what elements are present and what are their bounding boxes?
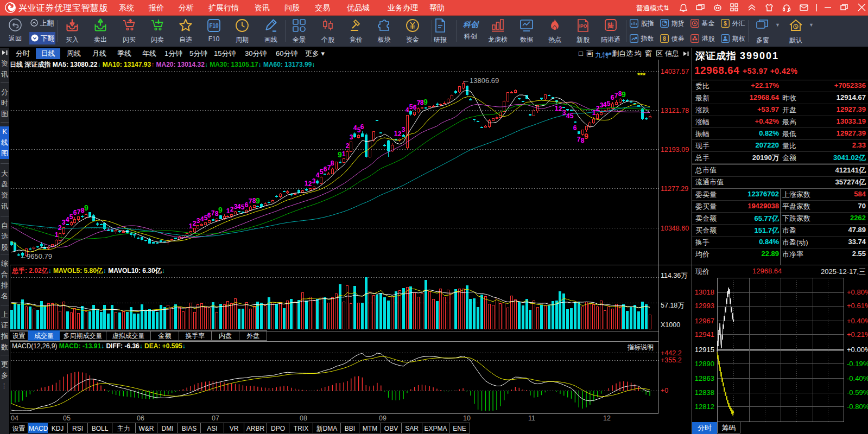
svg-text:6: 6 bbox=[611, 94, 614, 101]
svg-text:3: 3 bbox=[350, 133, 353, 141]
svg-text:5: 5 bbox=[320, 168, 324, 176]
svg-text:7: 7 bbox=[577, 136, 581, 143]
svg-text:+355.2: +355.2 bbox=[661, 356, 682, 364]
svg-text:7: 7 bbox=[249, 197, 252, 205]
svg-text:4: 4 bbox=[566, 112, 570, 120]
svg-text:+0.21%: +0.21% bbox=[847, 330, 868, 339]
svg-text:12812: 12812 bbox=[695, 403, 714, 411]
svg-text:-0.40%: -0.40% bbox=[847, 374, 868, 382]
svg-text:12838: 12838 bbox=[695, 388, 714, 397]
svg-text:7: 7 bbox=[614, 92, 618, 99]
svg-text:5: 5 bbox=[570, 112, 574, 120]
svg-text:1: 1 bbox=[55, 231, 59, 239]
svg-text:12941: 12941 bbox=[695, 330, 714, 339]
svg-text:←13806.69: ←13806.69 bbox=[462, 76, 499, 85]
svg-text:12915: 12915 bbox=[695, 346, 714, 354]
svg-text:9: 9 bbox=[622, 90, 626, 99]
svg-text:1: 1 bbox=[592, 109, 596, 117]
svg-text:4: 4 bbox=[603, 101, 607, 108]
svg-text:3: 3 bbox=[312, 177, 316, 185]
svg-text:-0.19%: -0.19% bbox=[847, 360, 868, 368]
svg-text:11277.29: 11277.29 bbox=[661, 185, 688, 193]
svg-text:114.36万: 114.36万 bbox=[661, 272, 688, 279]
svg-text:9: 9 bbox=[84, 203, 88, 212]
svg-text:7: 7 bbox=[77, 208, 81, 216]
svg-text:12967: 12967 bbox=[695, 317, 714, 325]
svg-text:3: 3 bbox=[197, 217, 200, 225]
svg-text:3: 3 bbox=[402, 126, 406, 133]
svg-text:4: 4 bbox=[200, 215, 204, 223]
svg-text:04: 04 bbox=[11, 414, 18, 422]
svg-text:13121.78: 13121.78 bbox=[661, 107, 689, 114]
svg-text:2: 2 bbox=[559, 105, 562, 113]
svg-text:9: 9 bbox=[256, 196, 260, 205]
svg-text:5: 5 bbox=[607, 100, 611, 107]
svg-text:10348.60: 10348.60 bbox=[661, 225, 689, 232]
svg-text:1: 1 bbox=[305, 180, 308, 187]
svg-text:07: 07 bbox=[212, 414, 219, 422]
svg-text:12863: 12863 bbox=[695, 374, 714, 382]
svg-text:12890: 12890 bbox=[695, 360, 714, 368]
svg-text:8: 8 bbox=[331, 159, 334, 167]
svg-text:3: 3 bbox=[62, 219, 66, 226]
svg-text:+0.80%: +0.80% bbox=[847, 288, 868, 296]
svg-text:6: 6 bbox=[360, 123, 364, 131]
svg-text:1: 1 bbox=[342, 150, 346, 158]
svg-text:12: 12 bbox=[603, 414, 611, 422]
svg-text:6: 6 bbox=[245, 201, 249, 209]
svg-text:1: 1 bbox=[555, 105, 559, 112]
svg-text:-0.59%: -0.59% bbox=[847, 388, 868, 397]
svg-text:1: 1 bbox=[189, 222, 193, 230]
svg-text:3: 3 bbox=[562, 109, 566, 117]
svg-text:2: 2 bbox=[58, 224, 62, 232]
svg-text:14037.57: 14037.57 bbox=[661, 68, 689, 75]
svg-text:5: 5 bbox=[409, 103, 413, 111]
svg-text:4: 4 bbox=[406, 106, 409, 114]
svg-text:57.18万: 57.18万 bbox=[661, 302, 685, 309]
svg-text:1: 1 bbox=[394, 130, 398, 137]
svg-text:13018: 13018 bbox=[695, 288, 714, 296]
svg-text:2: 2 bbox=[193, 220, 197, 227]
svg-text:08: 08 bbox=[300, 414, 307, 422]
svg-text:4: 4 bbox=[316, 171, 320, 179]
svg-text:06: 06 bbox=[137, 414, 144, 422]
svg-text:1: 1 bbox=[226, 207, 230, 215]
svg-text:+0.61%: +0.61% bbox=[847, 302, 868, 310]
svg-text:←9650.79: ←9650.79 bbox=[20, 252, 52, 260]
svg-text:-0.80%: -0.80% bbox=[847, 403, 868, 411]
svg-text:4: 4 bbox=[353, 124, 357, 132]
svg-text:9: 9 bbox=[423, 98, 428, 106]
svg-text:6: 6 bbox=[73, 209, 77, 216]
svg-text:2: 2 bbox=[346, 142, 350, 150]
svg-text:9: 9 bbox=[584, 132, 588, 141]
svg-text:12193.09: 12193.09 bbox=[661, 146, 689, 154]
svg-text:***: *** bbox=[637, 71, 646, 79]
svg-text:09: 09 bbox=[379, 414, 387, 422]
svg-text:+442.2: +442.2 bbox=[661, 349, 682, 357]
svg-text:2: 2 bbox=[398, 130, 402, 138]
svg-text:11: 11 bbox=[528, 414, 535, 422]
svg-text:9: 9 bbox=[218, 206, 223, 214]
svg-text:10: 10 bbox=[463, 414, 471, 422]
svg-text:+0.00%: +0.00% bbox=[847, 346, 868, 354]
svg-text:2: 2 bbox=[596, 105, 600, 112]
svg-text:6: 6 bbox=[413, 104, 417, 111]
svg-text:2: 2 bbox=[308, 180, 312, 188]
svg-text:6: 6 bbox=[573, 124, 577, 132]
svg-text:2: 2 bbox=[230, 206, 234, 213]
svg-text:6: 6 bbox=[207, 212, 211, 219]
svg-text:+0.40%: +0.40% bbox=[847, 317, 868, 325]
svg-text:05: 05 bbox=[63, 414, 71, 422]
svg-text:4: 4 bbox=[66, 216, 69, 224]
svg-text:7: 7 bbox=[211, 209, 215, 217]
svg-text:5: 5 bbox=[69, 213, 73, 221]
svg-text:12993: 12993 bbox=[695, 302, 714, 310]
svg-text:4: 4 bbox=[237, 203, 241, 210]
svg-text:6: 6 bbox=[324, 165, 327, 173]
svg-text:X1000: X1000 bbox=[661, 321, 680, 329]
svg-text:+0: +0 bbox=[661, 387, 668, 394]
svg-text:5: 5 bbox=[241, 203, 245, 211]
